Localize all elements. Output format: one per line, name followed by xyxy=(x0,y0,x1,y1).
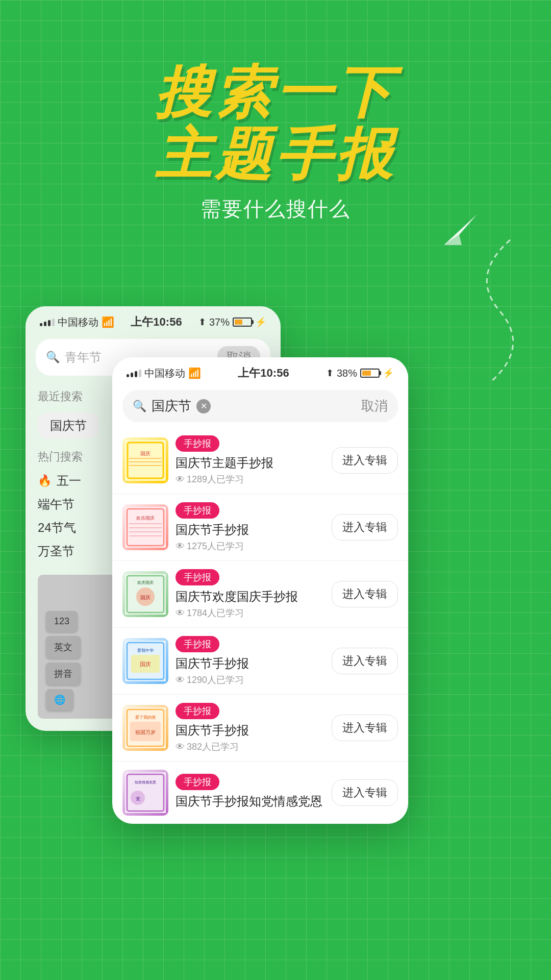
hero-title: 搜索一下 主题手报 xyxy=(155,61,396,185)
result-views-1: 👁 1289人已学习 xyxy=(176,473,324,485)
hot-text-4: 万圣节 xyxy=(38,543,74,559)
phone-front-mockup: 中国移动 📶 上午10:56 ⬆ 38% ⚡ 🔍 国庆节 ✕ 取消 xyxy=(112,357,408,824)
front-search-bar[interactable]: 🔍 国庆节 ✕ 取消 xyxy=(122,390,398,422)
svg-rect-7 xyxy=(129,465,162,466)
svg-rect-13 xyxy=(129,531,162,532)
svg-text:欢庆国庆: 欢庆国庆 xyxy=(137,580,154,585)
result-item-1[interactable]: 国庆 手抄报 国庆节主题手抄报 👁 1289人已学习 进入专辑 xyxy=(112,427,408,494)
back-status-left: 中国移动 📶 xyxy=(40,315,114,329)
kbd-english[interactable]: 英文 xyxy=(46,636,81,658)
front-phone-status-bar: 中国移动 📶 上午10:56 ⬆ 38% ⚡ xyxy=(112,357,408,386)
result-thumb-1: 国庆 xyxy=(122,437,168,483)
front-battery-percent: 38% xyxy=(337,368,357,379)
eye-icon-3: 👁 xyxy=(176,608,185,619)
svg-rect-14 xyxy=(129,535,162,536)
result-tag-1: 手抄报 xyxy=(176,435,219,452)
result-views-3: 👁 1784人已学习 xyxy=(176,607,324,619)
hero-subtitle: 需要什么搜什么 xyxy=(201,195,350,223)
front-cancel-button[interactable]: 取消 xyxy=(361,397,388,415)
back-charging-icon: ⚡ xyxy=(255,316,266,328)
result-views-4: 👁 1290人已学习 xyxy=(176,674,324,686)
back-time: 上午10:56 xyxy=(131,314,182,330)
enter-album-button-5[interactable]: 进入专辑 xyxy=(332,715,398,741)
result-title-3: 国庆节欢度国庆手抄报 xyxy=(176,589,324,605)
svg-text:国庆: 国庆 xyxy=(140,595,151,600)
back-battery-percent: 37% xyxy=(209,316,230,328)
result-title-1: 国庆节主题手抄报 xyxy=(176,455,324,471)
hero-title-line2: 主题手报 xyxy=(155,123,396,185)
kbd-123[interactable]: 123 xyxy=(46,611,78,632)
result-thumb-4: 爱我中华 国庆 xyxy=(122,638,168,684)
result-title-2: 国庆节手抄报 xyxy=(176,522,324,538)
enter-album-button-3[interactable]: 进入专辑 xyxy=(332,581,398,607)
result-item-5[interactable]: 爱了我的国 祖国万岁 手抄报 国庆节手抄报 👁 382人已学习 进入专辑 xyxy=(112,695,408,762)
hero-title-line1: 搜索一下 xyxy=(155,61,396,123)
result-item-4[interactable]: 爱我中华 国庆 手抄报 国庆节手抄报 👁 1290人已学习 进入专辑 xyxy=(112,628,408,695)
fire-icon: 🔥 xyxy=(38,474,52,487)
svg-text:爱了我的国: 爱了我的国 xyxy=(135,715,156,720)
eye-icon-2: 👁 xyxy=(176,541,185,552)
kbd-globe-icon[interactable]: 🌐 xyxy=(46,689,73,710)
result-info-3: 手抄报 国庆节欢度国庆手抄报 👁 1784人已学习 xyxy=(176,569,324,619)
svg-rect-5 xyxy=(129,458,162,459)
result-item-3[interactable]: 欢庆国庆 国庆 手抄报 国庆节欢度国庆手抄报 👁 1784人已学习 进入专辑 xyxy=(112,561,408,628)
enter-album-button-1[interactable]: 进入专辑 xyxy=(332,447,398,474)
result-thumb-2: 欢乐国庆 xyxy=(122,504,168,550)
enter-album-button-6[interactable]: 进入专辑 xyxy=(332,779,398,806)
eye-icon-4: 👁 xyxy=(176,675,185,685)
hot-text-2: 端午节 xyxy=(38,496,74,512)
front-charging-icon: ⚡ xyxy=(383,368,394,379)
result-tag-5: 手抄报 xyxy=(176,703,219,719)
result-info-2: 手抄报 国庆节手抄报 👁 1275人已学习 xyxy=(176,502,324,552)
front-time: 上午10:56 xyxy=(238,365,289,381)
svg-rect-6 xyxy=(129,461,162,462)
back-search-placeholder: 青年节 xyxy=(65,349,102,365)
result-tag-2: 手抄报 xyxy=(176,502,219,519)
result-info-5: 手抄报 国庆节手抄报 👁 382人已学习 xyxy=(176,703,324,753)
enter-album-button-4[interactable]: 进入专辑 xyxy=(332,648,398,674)
front-wifi-icon: 📶 xyxy=(188,367,201,379)
result-item-6[interactable]: 知党情感党恩 党 手抄报 国庆节手抄报知党情感党恩 进入专辑 xyxy=(112,762,408,824)
result-info-6: 手抄报 国庆节手抄报知党情感党恩 xyxy=(176,774,324,812)
eye-icon-1: 👁 xyxy=(176,474,185,485)
svg-text:党: 党 xyxy=(136,796,140,801)
result-info-4: 手抄报 国庆节手抄报 👁 1290人已学习 xyxy=(176,636,324,686)
enter-album-button-2[interactable]: 进入专辑 xyxy=(332,514,398,541)
svg-rect-11 xyxy=(129,523,162,524)
svg-text:爱我中华: 爱我中华 xyxy=(137,648,154,653)
result-title-4: 国庆节手抄报 xyxy=(176,655,324,672)
result-title-6: 国庆节手抄报知党情感党恩 xyxy=(176,793,324,810)
svg-text:祖国万岁: 祖国万岁 xyxy=(135,729,156,735)
svg-text:国庆: 国庆 xyxy=(140,661,151,667)
svg-text:知党情感党恩: 知党情感党恩 xyxy=(135,780,156,784)
result-info-1: 手抄报 国庆节主题手抄报 👁 1289人已学习 xyxy=(176,435,324,485)
svg-rect-2 xyxy=(125,440,166,481)
front-status-right: ⬆ 38% ⚡ xyxy=(326,368,394,379)
recent-tag-item[interactable]: 国庆节 xyxy=(38,412,99,439)
dashed-curve-decoration xyxy=(459,235,520,388)
svg-text:欢乐国庆: 欢乐国庆 xyxy=(136,516,155,521)
kbd-pinyin[interactable]: 拼音 xyxy=(46,663,81,685)
svg-text:国庆: 国庆 xyxy=(140,451,151,456)
back-wifi-icon: 📶 xyxy=(102,316,114,328)
search-results-list: 国庆 手抄报 国庆节主题手抄报 👁 1289人已学习 进入专辑 xyxy=(112,427,408,824)
svg-rect-30 xyxy=(125,772,166,813)
result-thumb-5: 爱了我的国 祖国万岁 xyxy=(122,705,168,751)
result-tag-4: 手抄报 xyxy=(176,636,219,652)
result-thumb-3: 欢庆国庆 国庆 xyxy=(122,571,168,617)
back-phone-status-bar: 中国移动 📶 上午10:56 ⬆ 37% ⚡ xyxy=(26,306,281,335)
back-signal-icon xyxy=(40,318,55,326)
result-tag-3: 手抄报 xyxy=(176,569,219,585)
result-item-2[interactable]: 欢乐国庆 手抄报 国庆节手抄报 👁 1275人已学习 进入专辑 xyxy=(112,494,408,561)
result-title-5: 国庆节手抄报 xyxy=(176,722,324,739)
back-search-icon: 🔍 xyxy=(46,351,60,364)
result-thumb-6: 知党情感党恩 党 xyxy=(122,770,168,816)
hot-text-1: 五一 xyxy=(57,473,81,489)
back-battery-icon xyxy=(233,317,252,327)
front-search-icon: 🔍 xyxy=(133,400,146,413)
result-views-5: 👁 382人已学习 xyxy=(176,741,324,753)
front-carrier: 中国移动 xyxy=(144,366,185,380)
front-clear-button[interactable]: ✕ xyxy=(196,399,211,413)
eye-icon-5: 👁 xyxy=(176,742,185,752)
front-location-icon: ⬆ xyxy=(326,368,334,379)
